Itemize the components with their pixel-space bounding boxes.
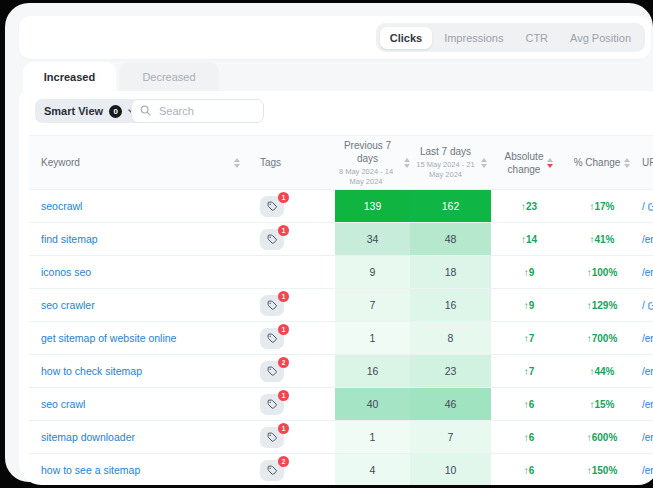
table-row: seo crawl 1 40 46 ↑6 ↑15% /en [29, 388, 653, 421]
url-link[interactable]: /em [642, 267, 653, 278]
metric-tab[interactable]: CTR [515, 27, 558, 49]
col-absolute-label-line1: Absolute [505, 150, 544, 163]
sort-percent-icon[interactable] [624, 158, 630, 168]
search-box [131, 99, 264, 123]
keyword-link[interactable]: seocrawl [41, 200, 82, 212]
tag-count-badge: 2 [278, 456, 289, 467]
url-link[interactable]: /en [642, 234, 653, 245]
percent-change-cell: ↑44% [567, 355, 637, 387]
keyword-link[interactable]: sitemap downloader [41, 431, 135, 443]
url-text: / [642, 300, 645, 311]
sort-absolute-icon-active[interactable] [547, 158, 553, 168]
tag-button[interactable]: 1 [260, 229, 284, 250]
search-input[interactable] [157, 104, 255, 118]
col-previous-label: Previous 7 days [335, 139, 400, 165]
metric-tab[interactable]: Clicks [380, 27, 432, 49]
previous-value-cell: 7 [335, 289, 410, 321]
last-value-cell: 46 [410, 388, 491, 420]
tag-icon [266, 431, 278, 443]
percent-change-cell: ↑600% [567, 421, 637, 453]
smart-view-button[interactable]: Smart View 0 [35, 99, 146, 123]
tag-count-badge: 1 [278, 192, 289, 203]
url-text: /em [642, 267, 653, 278]
last-value-cell: 10 [410, 454, 491, 485]
url-link[interactable]: /en [642, 399, 653, 410]
col-previous-dates: 8 May 2024 - 14 May 2024 [335, 167, 397, 187]
tag-icon [266, 464, 278, 476]
tag-button[interactable]: 2 [260, 361, 284, 382]
top-toolbar: ClicksImpressionsCTRAvg Position [19, 16, 651, 59]
tag-button[interactable]: 1 [260, 328, 284, 349]
last-value-cell: 23 [410, 355, 491, 387]
tab-increased-label: Increased [44, 71, 95, 83]
tag-icon [266, 332, 278, 344]
url-link[interactable]: /en [642, 465, 653, 476]
tag-icon [266, 299, 278, 311]
url-text: /en [642, 399, 653, 410]
sort-keyword-icon[interactable] [234, 158, 240, 168]
url-link[interactable]: / [642, 201, 653, 212]
tag-button[interactable]: 1 [260, 427, 284, 448]
keyword-link[interactable]: find sitemap [41, 233, 98, 245]
metric-tab[interactable]: Impressions [434, 27, 513, 49]
keyword-link[interactable]: how to check sitemap [41, 365, 142, 377]
col-absolute-label-line2: change [505, 163, 544, 176]
tag-button[interactable]: 1 [260, 295, 284, 316]
table-row: get sitemap of website online 1 1 8 ↑7 ↑… [29, 322, 653, 355]
keyword-link[interactable]: get sitemap of website online [41, 332, 176, 344]
table-row: find sitemap 1 34 48 ↑14 ↑41% /en [29, 223, 653, 256]
url-link[interactable]: / [642, 300, 653, 311]
percent-change-cell: ↑15% [567, 388, 637, 420]
absolute-change-cell: ↑7 [491, 355, 567, 387]
previous-value-cell: 1 [335, 421, 410, 453]
tag-icon [266, 233, 278, 245]
smart-view-count-badge: 0 [109, 105, 122, 118]
table-body: seocrawl 1 139 162 ↑23 ↑17% / find sitem… [29, 190, 653, 485]
external-link-icon [648, 202, 653, 211]
col-last-label: Last 7 days [415, 145, 477, 158]
col-last-dates: 15 May 2024 - 21 May 2024 [415, 160, 477, 180]
col-url-label: URL [642, 157, 653, 168]
tag-button[interactable]: 2 [260, 460, 284, 481]
previous-value-cell: 4 [335, 454, 410, 485]
url-link[interactable]: /en [642, 333, 653, 344]
tag-count-badge: 2 [278, 357, 289, 368]
last-value-cell: 18 [410, 256, 491, 288]
tag-count-badge: 1 [278, 324, 289, 335]
col-tags-label: Tags [260, 157, 281, 168]
table-row: seo crawler 1 7 16 ↑9 ↑129% / [29, 289, 653, 322]
tag-button[interactable]: 1 [260, 196, 284, 217]
tag-count-badge: 1 [278, 291, 289, 302]
app-card: ClicksImpressionsCTRAvg Position Increas… [5, 3, 653, 482]
sort-last-icon[interactable] [481, 158, 487, 168]
percent-change-cell: ↑150% [567, 454, 637, 485]
keyword-link[interactable]: seo crawler [41, 299, 95, 311]
last-value-cell: 8 [410, 322, 491, 354]
tab-decreased[interactable]: Decreased [119, 62, 219, 91]
table-row: iconos seo 9 18 ↑9 ↑100% /em [29, 256, 653, 289]
absolute-change-cell: ↑14 [491, 223, 567, 255]
tag-icon [266, 200, 278, 212]
absolute-change-cell: ↑23 [491, 190, 567, 222]
table-row: seocrawl 1 139 162 ↑23 ↑17% / [29, 190, 653, 223]
previous-value-cell: 1 [335, 322, 410, 354]
keyword-link[interactable]: iconos seo [41, 266, 91, 278]
percent-change-cell: ↑700% [567, 322, 637, 354]
url-link[interactable]: /en [642, 432, 653, 443]
metric-tabs: ClicksImpressionsCTRAvg Position [376, 23, 645, 52]
keyword-link[interactable]: how to see a sitemap [41, 464, 140, 476]
metric-tab[interactable]: Avg Position [560, 27, 641, 49]
url-link[interactable]: /en [642, 366, 653, 377]
previous-value-cell: 9 [335, 256, 410, 288]
absolute-change-cell: ↑7 [491, 322, 567, 354]
last-value-cell: 16 [410, 289, 491, 321]
url-text: /en [642, 234, 653, 245]
tag-button[interactable]: 1 [260, 394, 284, 415]
url-text: /en [642, 366, 653, 377]
table-header: Keyword Tags Previous 7 days 8 May 2024 … [29, 135, 653, 190]
url-text: / [642, 201, 645, 212]
tab-increased[interactable]: Increased [23, 62, 116, 91]
keyword-link[interactable]: seo crawl [41, 398, 85, 410]
previous-value-cell: 40 [335, 388, 410, 420]
tag-count-badge: 1 [278, 225, 289, 236]
